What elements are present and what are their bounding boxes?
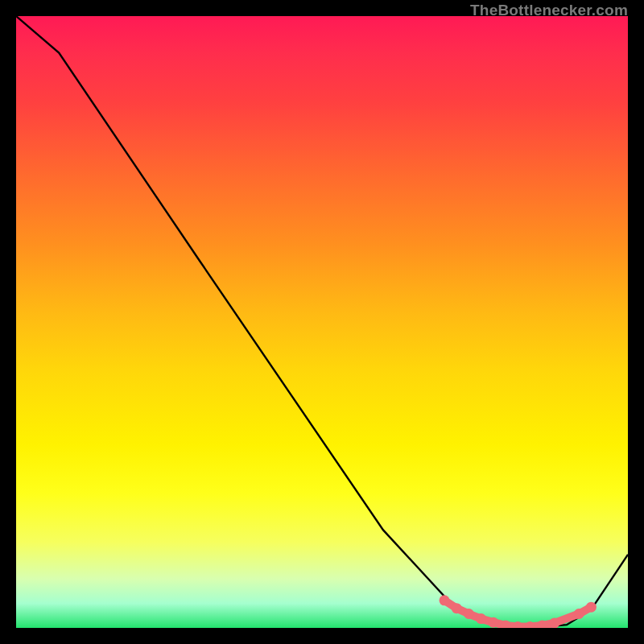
highlight-dot <box>488 617 498 628</box>
chart-frame: TheBottlenecker.com <box>0 0 644 644</box>
highlight-dot <box>440 595 450 605</box>
plot-area <box>16 16 628 628</box>
highlight-dot <box>586 602 597 613</box>
attribution-text: TheBottlenecker.com <box>470 2 628 19</box>
highlight-dot <box>476 613 486 624</box>
highlight-dot <box>574 609 584 619</box>
highlight-dot <box>464 609 474 619</box>
curve-line <box>16 16 628 628</box>
highlight-dot <box>549 617 559 628</box>
chart-svg <box>16 16 628 628</box>
highlight-dot <box>452 603 462 613</box>
